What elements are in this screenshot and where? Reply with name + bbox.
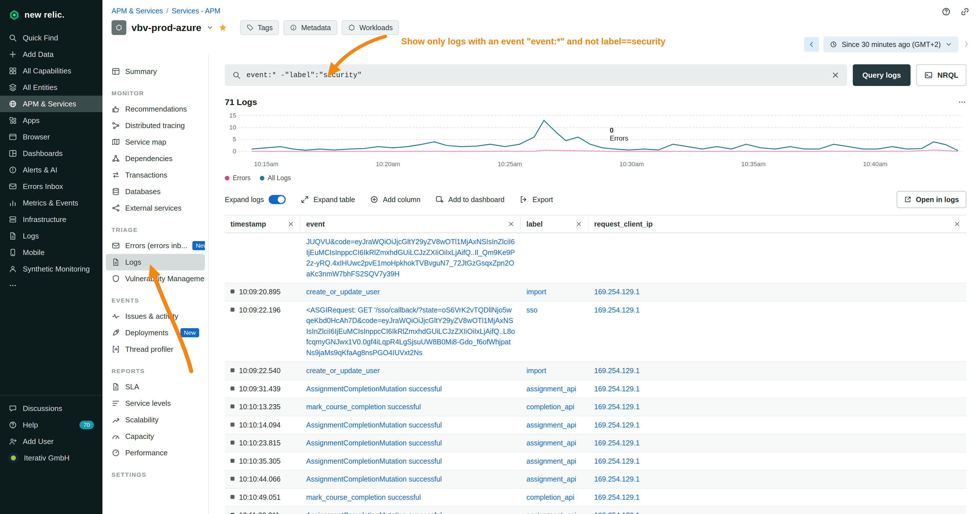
- label-link[interactable]: import: [527, 367, 546, 374]
- permalink-icon[interactable]: [960, 7, 970, 16]
- sidebar-item-all-capabilities[interactable]: All Capabilities: [0, 63, 102, 79]
- event-link[interactable]: JUQVU&code=eyJraWQiOiJjcGltY29yZV8wOTl1M…: [306, 238, 515, 278]
- event-link[interactable]: AssignmentCompletionMutation successful: [306, 385, 442, 393]
- ip-link[interactable]: 169.254.129.1: [594, 493, 640, 501]
- ip-link[interactable]: 169.254.129.1: [594, 288, 640, 296]
- label-link[interactable]: assignment_api: [527, 457, 576, 465]
- open-in-logs-button[interactable]: Open in logs: [897, 191, 966, 208]
- time-forward-button[interactable]: [963, 39, 970, 50]
- subnav-item-service-map[interactable]: Service map: [106, 134, 205, 150]
- label-link[interactable]: import: [527, 288, 546, 296]
- add-column-button[interactable]: Add column: [370, 195, 420, 204]
- ip-link[interactable]: 169.254.129.1: [594, 511, 640, 514]
- log-query-input[interactable]: [247, 71, 826, 80]
- expand-table-button[interactable]: Expand table: [301, 195, 355, 204]
- sidebar-item-help[interactable]: Help70: [0, 417, 102, 433]
- label-link[interactable]: assignment_api: [527, 511, 576, 514]
- sidebar-item-more[interactable]: [0, 277, 102, 294]
- event-link[interactable]: <ASGIRequest: GET '/sso/callback/?state=…: [306, 306, 515, 356]
- subnav-item-scalability[interactable]: Scalability: [106, 412, 205, 428]
- remove-column-icon[interactable]: [954, 221, 961, 228]
- sidebar-item-infrastructure[interactable]: Infrastructure: [0, 211, 102, 228]
- event-link[interactable]: create_or_update_user: [306, 367, 380, 374]
- event-link[interactable]: mark_course_completion successful: [306, 403, 421, 411]
- tags-button[interactable]: Tags: [240, 20, 279, 35]
- subnav-item-distributed-tracing[interactable]: Distributed tracing: [106, 117, 205, 134]
- subnav-item-external-services[interactable]: External services: [106, 200, 205, 216]
- label-link[interactable]: completion_api: [527, 403, 574, 411]
- subnav-item-recommendations[interactable]: Recommendations: [106, 101, 205, 117]
- favorite-star-icon[interactable]: [218, 23, 227, 32]
- subnav-item-transactions[interactable]: Transactions: [106, 167, 205, 183]
- breadcrumb-link-services-apm[interactable]: Services - APM: [172, 7, 221, 15]
- sidebar-item-add-data[interactable]: Add Data: [0, 46, 102, 63]
- ip-link[interactable]: 169.254.129.1: [594, 475, 640, 483]
- remove-column-icon[interactable]: [287, 221, 294, 228]
- subnav-item-summary[interactable]: Summary: [106, 63, 205, 80]
- sidebar-item-mobile[interactable]: Mobile: [0, 244, 102, 261]
- sidebar-item-add-user[interactable]: Add User: [0, 433, 102, 450]
- sidebar-item-synthetic-monitoring[interactable]: Synthetic Monitoring: [0, 261, 102, 277]
- legend-item-errors[interactable]: Errors: [225, 174, 251, 182]
- entity-switcher-chevron-icon[interactable]: [207, 24, 213, 31]
- sidebar-item-alerts-ai[interactable]: Alerts & AI: [0, 162, 102, 178]
- sidebar-item-dashboards[interactable]: Dashboards: [0, 145, 102, 162]
- subnav-item-service-levels[interactable]: Service levels: [106, 395, 205, 412]
- ip-link[interactable]: 169.254.129.1: [594, 403, 640, 411]
- query-logs-button[interactable]: Query logs: [853, 64, 911, 86]
- sidebar-item-quick-find[interactable]: Quick Find: [0, 30, 102, 46]
- subnav-item-databases[interactable]: Databases: [106, 183, 205, 200]
- label-link[interactable]: assignment_api: [527, 385, 576, 393]
- nrql-button[interactable]: NRQL: [916, 64, 966, 86]
- subnav-item-performance[interactable]: Performance: [106, 444, 205, 461]
- label-link[interactable]: assignment_api: [527, 439, 576, 447]
- remove-column-icon[interactable]: [575, 221, 582, 228]
- sidebar-item-browser[interactable]: Browser: [0, 129, 102, 145]
- sidebar-item-apps[interactable]: Apps: [0, 112, 102, 129]
- label-link[interactable]: assignment_api: [527, 421, 576, 429]
- time-range-button[interactable]: Since 30 minutes ago (GMT+2): [824, 37, 958, 53]
- subnav-item-logs[interactable]: Logs: [106, 254, 205, 271]
- subnav-item-issues-activity[interactable]: Issues & activity: [106, 308, 205, 325]
- event-link[interactable]: AssignmentCompletionMutation successful: [306, 457, 442, 465]
- subnav-item-vulnerability-management[interactable]: Vulnerability Management: [106, 271, 205, 287]
- sidebar-item-metrics-events[interactable]: Metrics & Events: [0, 195, 102, 211]
- more-options-icon[interactable]: [958, 98, 966, 107]
- clear-query-icon[interactable]: [831, 71, 840, 80]
- ip-link[interactable]: 169.254.129.1: [594, 385, 640, 393]
- brand-logo[interactable]: new relic.: [0, 0, 102, 30]
- subnav-item-dependencies[interactable]: Dependencies: [106, 150, 205, 167]
- label-link[interactable]: assignment_api: [527, 475, 576, 483]
- event-link[interactable]: AssignmentCompletionMutation successful: [306, 511, 442, 514]
- subnav-item-errors-errors-inb[interactable]: Errors (errors inb...New: [106, 237, 205, 254]
- ip-link[interactable]: 169.254.129.1: [594, 421, 640, 429]
- expand-logs-toggle[interactable]: [269, 195, 286, 204]
- ip-link[interactable]: 169.254.129.1: [594, 439, 640, 447]
- legend-item-all-logs[interactable]: All Logs: [260, 174, 291, 182]
- event-link[interactable]: create_or_update_user: [306, 288, 380, 296]
- sidebar-item-errors-inbox[interactable]: Errors Inbox: [0, 178, 102, 195]
- remove-column-icon[interactable]: [508, 221, 514, 228]
- metadata-button[interactable]: Metadata: [283, 20, 337, 35]
- export-button[interactable]: Export: [519, 195, 553, 204]
- sidebar-item-iterativ-gmbh[interactable]: Iterativ GmbH: [0, 450, 102, 466]
- ip-link[interactable]: 169.254.129.1: [594, 367, 640, 374]
- sidebar-item-logs[interactable]: Logs: [0, 228, 102, 244]
- label-link[interactable]: sso: [527, 306, 538, 314]
- ip-link[interactable]: 169.254.129.1: [594, 457, 640, 465]
- subnav-item-sla[interactable]: SLA: [106, 379, 205, 395]
- subnav-item-capacity[interactable]: Capacity: [106, 428, 205, 444]
- time-back-button[interactable]: [804, 37, 819, 52]
- subnav-item-thread-profiler[interactable]: Thread profiler: [106, 341, 205, 358]
- sidebar-item-discussions[interactable]: Discussions: [0, 400, 102, 417]
- add-to-dashboard-button[interactable]: Add to dashboard: [435, 195, 504, 204]
- breadcrumb-link-apm-services[interactable]: APM & Services: [111, 7, 163, 15]
- subnav-item-deployments[interactable]: DeploymentsNew: [106, 325, 205, 341]
- sidebar-item-all-entities[interactable]: All Entities: [0, 79, 102, 95]
- sidebar-item-apm-services[interactable]: APM & Services: [0, 95, 102, 112]
- event-link[interactable]: AssignmentCompletionMutation successful: [306, 439, 442, 447]
- label-link[interactable]: completion_api: [527, 493, 574, 501]
- ip-link[interactable]: 169.254.129.1: [594, 306, 640, 314]
- event-link[interactable]: AssignmentCompletionMutation successful: [306, 421, 442, 429]
- event-link[interactable]: mark_course_completion successful: [306, 493, 421, 501]
